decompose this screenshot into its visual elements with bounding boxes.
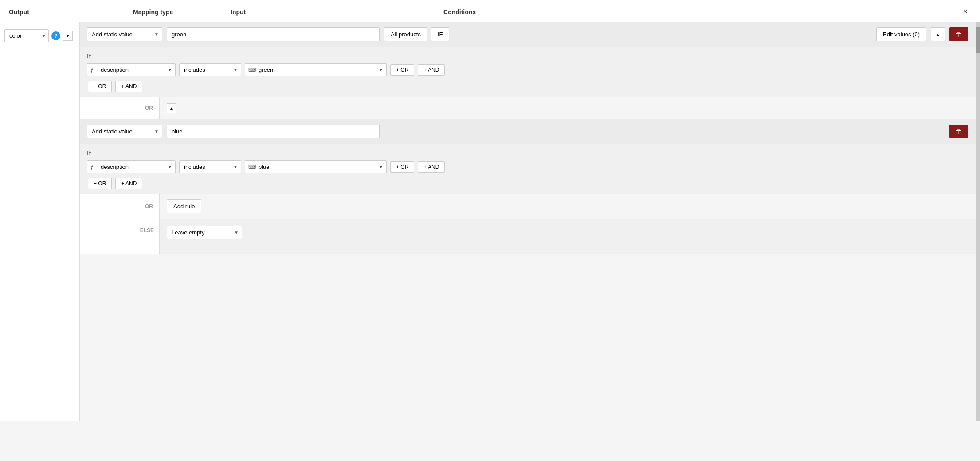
rule1-delete-icon: 🗑 [956, 31, 962, 38]
rule1-bottom-or-button[interactable]: + OR [88, 81, 112, 92]
rule2-delete-button[interactable]: 🗑 [949, 125, 968, 138]
content-area: Add static value Add dynamic value Copy … [80, 22, 976, 421]
rule1-main-row: Add static value Add dynamic value Copy … [80, 22, 976, 47]
rule2-chevron-up-icon: ▲ [169, 106, 174, 111]
rule1-delete-button[interactable]: 🗑 [949, 27, 968, 41]
header-mapping: Mapping type [133, 8, 231, 16]
rule2-includes-select[interactable]: includes excludes equals not equals [179, 160, 241, 173]
rule2-if-section: IF ƒ description title category ▼ inclu [80, 144, 976, 194]
rule2-value-select-wrapper[interactable]: ⌨ blue green red ▼ [245, 160, 387, 173]
expand-button[interactable]: ▼ [63, 31, 73, 41]
rule1-mapping-select[interactable]: Add static value Add dynamic value Copy … [87, 27, 162, 41]
or-label-1: OR [145, 105, 153, 111]
rule2-field-select-wrapper[interactable]: ƒ description title category ▼ [87, 160, 176, 173]
rule1-bottom-and-button[interactable]: + AND [115, 81, 142, 92]
else-mapping-select-wrapper[interactable]: Leave empty Use default value Skip ▼ [167, 226, 242, 239]
output-field-select[interactable]: color size material brand [4, 29, 49, 42]
rule2-if-label: IF [87, 150, 968, 156]
or-row-2: OR Add rule [80, 194, 976, 219]
header-input: Input [231, 8, 443, 16]
rule1-condition-or-button[interactable]: + OR [390, 64, 414, 76]
close-button[interactable]: × [959, 5, 971, 18]
rule1-if-button[interactable]: IF [431, 27, 450, 41]
rule2-mapping-select[interactable]: Add static value Add dynamic value Copy … [87, 125, 162, 138]
rule1-up-chevron-icon [936, 31, 940, 38]
or-label-2: OR [145, 203, 153, 210]
or-row-content-2: Add rule [160, 194, 976, 219]
header-output: Output [9, 8, 133, 16]
rule1-includes-select[interactable]: includes excludes equals not equals [179, 63, 241, 76]
rule1-mapping-select-wrapper[interactable]: Add static value Add dynamic value Copy … [87, 27, 162, 41]
rule1-if-section: IF ƒ description title category ▼ inclu [80, 47, 976, 97]
rule2-delete-icon: 🗑 [956, 128, 962, 135]
else-content-col: Leave empty Use default value Skip ▼ [160, 219, 976, 254]
rule1-all-products-button[interactable]: All products [384, 27, 427, 41]
else-label: ELSE [140, 227, 154, 234]
rule1-block: Add static value Add dynamic value Copy … [80, 22, 976, 97]
rule2-includes-select-wrapper[interactable]: includes excludes equals not equals ▼ [179, 160, 241, 173]
output-field-row: color size material brand ▼ ? ▼ [4, 29, 75, 42]
rule2-bottom-and-button[interactable]: + AND [115, 178, 142, 189]
rule1-value-select[interactable]: green blue red [245, 63, 387, 76]
else-mapping-select[interactable]: Leave empty Use default value Skip [167, 226, 242, 239]
help-icon[interactable]: ? [51, 31, 60, 40]
output-sidebar: color size material brand ▼ ? ▼ [0, 22, 80, 421]
rule2-input[interactable] [167, 125, 380, 138]
rule1-conditions-area: All products IF [384, 27, 449, 41]
or-row-1: OR ▲ [80, 97, 976, 119]
output-field-select-wrapper[interactable]: color size material brand ▼ [4, 29, 49, 42]
rule2-field-select[interactable]: description title category [87, 160, 176, 173]
else-sidebar-col: ELSE [80, 219, 160, 254]
rule2-condition-and-button[interactable]: + AND [418, 161, 445, 173]
rule1-includes-select-wrapper[interactable]: includes excludes equals not equals ▼ [179, 63, 241, 76]
scrollbar[interactable] [976, 22, 980, 421]
add-rule-button[interactable]: Add rule [167, 199, 201, 213]
rule2-bottom-or-button[interactable]: + OR [88, 178, 112, 189]
or-sidebar-label-1: OR [80, 97, 160, 119]
rule2-main-row: Add static value Add dynamic value Copy … [80, 119, 976, 144]
rule2-condition-or-button[interactable]: + OR [390, 161, 414, 173]
header-conditions: Conditions [443, 8, 959, 16]
else-block: ELSE Leave empty Use default value Skip … [80, 219, 976, 254]
rule2-condition-row: ƒ description title category ▼ includes … [87, 160, 968, 173]
rule2-block: Add static value Add dynamic value Copy … [80, 119, 976, 194]
rule1-if-label: IF [87, 53, 968, 59]
rule1-value-select-wrapper[interactable]: ⌨ green blue red ▼ [245, 63, 387, 76]
rule2-mapping-select-wrapper[interactable]: Add static value Add dynamic value Copy … [87, 125, 162, 138]
rule1-input[interactable] [167, 27, 380, 41]
rule2-bottom-buttons: + OR + AND [87, 178, 968, 189]
main-container: color size material brand ▼ ? ▼ Add stat [0, 22, 980, 421]
or-sidebar-label-2: OR [80, 194, 160, 219]
rule1-bottom-buttons: + OR + AND [87, 81, 968, 92]
header: Output Mapping type Input Conditions × [0, 0, 980, 22]
rule1-field-select[interactable]: description title category [87, 63, 176, 76]
rule1-up-button[interactable] [931, 27, 945, 41]
rule1-field-select-wrapper[interactable]: ƒ description title category ▼ [87, 63, 176, 76]
rule2-collapse-button[interactable]: ▲ [167, 103, 176, 113]
scrollbar-thumb [976, 27, 980, 53]
rule1-edit-values-button[interactable]: Edit values (0) [876, 27, 926, 41]
or-row-content-1: ▲ [160, 97, 976, 119]
rule1-condition-row: ƒ description title category ▼ includes … [87, 63, 968, 76]
expand-chevron-icon: ▼ [66, 33, 70, 38]
rule1-condition-and-button[interactable]: + AND [418, 64, 445, 76]
rule2-value-select[interactable]: blue green red [245, 160, 387, 173]
